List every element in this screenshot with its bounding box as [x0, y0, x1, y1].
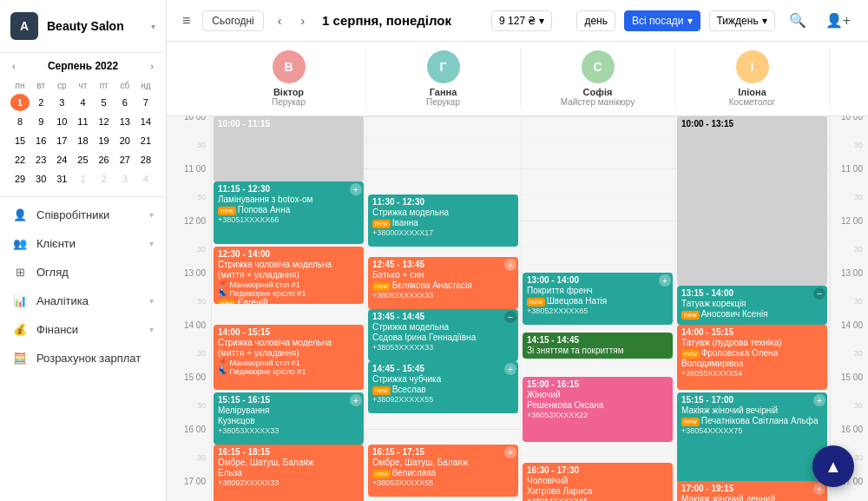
appt-col3-0[interactable]: − 13:15 - 14:00 Татуаж корекція newАносо… [677, 286, 827, 325]
revenue-info[interactable]: 9 127 ₴ ▾ [491, 10, 552, 31]
resource-col-2: + 13:00 - 14:00 Покриття френч newШвецов… [521, 116, 675, 501]
appt-col3-2[interactable]: + 15:15 - 17:00 Макіяж жіночий вечірній … [677, 392, 827, 484]
appt-col0-1[interactable]: + 11:15 - 12:30 Ламінування з botox-ом n… [214, 181, 364, 244]
cal-day-24[interactable]: 24 [52, 151, 71, 168]
payroll-icon: 🧮 [12, 352, 28, 365]
cal-day-31[interactable]: 31 [52, 170, 71, 188]
right-time-column: 10 0030 11 0030 12 0030 13 0030 14 0030 … [830, 116, 868, 501]
cal-day-3[interactable]: 3 [52, 94, 71, 111]
appt-plus-icon[interactable]: + [659, 274, 671, 287]
cal-day-next-4[interactable]: 4 [136, 170, 155, 188]
appt-col1-4[interactable]: + 16:15 - 17:15 Омбре, Шатуш, Балаяж new… [368, 445, 518, 497]
cal-day-next-3[interactable]: 3 [115, 170, 135, 188]
appt-plus-icon[interactable]: + [350, 394, 362, 406]
sidebar-chevron-icon: ▾ [151, 22, 155, 31]
cal-day-19[interactable]: 19 [95, 132, 114, 149]
appt-col0-3[interactable]: 14:00 - 15:15 Стрижка чоловіча модельна … [214, 325, 364, 390]
cal-day-5[interactable]: 5 [95, 94, 114, 111]
cal-day-13[interactable]: 13 [115, 113, 135, 130]
appt-col2-2[interactable]: 15:00 - 16:15 Жіночий Решенкова Оксана +… [523, 377, 673, 442]
appt-col1-3[interactable]: + 14:45 - 15:45 Стрижка чубчика newВсесл… [368, 361, 518, 413]
view-week-dropdown[interactable]: Тиждень ▾ [709, 10, 775, 31]
cal-day-29[interactable]: 29 [10, 170, 30, 188]
sidebar-item-analytics[interactable]: 📊 Аналітика ▾ [0, 287, 166, 315]
cal-day-9[interactable]: 9 [31, 113, 50, 130]
cal-day-7[interactable]: 7 [136, 94, 155, 111]
view-positions-dropdown[interactable]: Всі посади ▾ [624, 10, 700, 31]
menu-icon[interactable]: ≡ [179, 10, 194, 32]
search-button[interactable]: 🔍 [784, 9, 812, 32]
cal-day-next-2[interactable]: 2 [95, 170, 114, 188]
cal-day-26[interactable]: 26 [95, 151, 114, 168]
prev-day-button[interactable]: ‹ [273, 10, 287, 31]
time-11: 11 0030 [167, 168, 211, 221]
cal-day-6[interactable]: 6 [115, 94, 135, 111]
appt-col2-1[interactable]: 14:15 - 14:45 Зі зняттям та покриттям [523, 333, 673, 359]
appt-col0-4[interactable]: + 15:15 - 16:15 Мелірування Кузнєцов +38… [214, 392, 364, 445]
appt-col3-3[interactable]: + 17:00 - 19:15 Макіяж жіночий денний Ба… [677, 481, 827, 501]
appt-plus-icon[interactable]: + [504, 446, 516, 458]
sidebar-item-staff[interactable]: 👤 Співробітники ▾ [0, 201, 166, 229]
cal-day-next-1[interactable]: 1 [73, 170, 92, 188]
sidebar-header[interactable]: A Beauty Salon ▾ [0, 0, 166, 53]
cal-day-14[interactable]: 14 [136, 113, 155, 130]
mini-cal-prev[interactable]: ‹ [9, 61, 19, 71]
appt-plus-icon[interactable]: + [813, 394, 825, 406]
appt-col1-0[interactable]: 11:30 - 12:30 Стрижка модельна newІванна… [368, 194, 518, 247]
cal-day-11[interactable]: 11 [73, 113, 92, 130]
appt-plus-icon[interactable]: + [504, 259, 516, 271]
add-user-button[interactable]: 👤+ [820, 9, 856, 32]
time-14: 14 0030 [167, 325, 211, 377]
sidebar-item-payroll[interactable]: 🧮 Розрахунок зарплат [0, 344, 166, 372]
cal-day-21[interactable]: 21 [136, 132, 155, 149]
cal-day-8[interactable]: 8 [10, 113, 30, 130]
cal-day-20[interactable]: 20 [115, 132, 135, 149]
cal-day-18[interactable]: 18 [73, 132, 92, 149]
resource-col-1: 11:30 - 12:30 Стрижка модельна newІванна… [366, 116, 521, 501]
cal-day-12[interactable]: 12 [95, 113, 114, 130]
cal-day-10[interactable]: 10 [52, 113, 71, 130]
sidebar-item-overview[interactable]: ⊞ Огляд [0, 258, 166, 287]
appt-col0-5[interactable]: 16:15 - 18:15 Омбре, Шатуш, Балаяж Ельза… [214, 445, 364, 501]
calendar-scroll[interactable]: 10 0030 11 0030 12 0030 13 0030 14 0030 … [167, 116, 868, 501]
cal-day-17[interactable]: 17 [52, 132, 71, 149]
cal-day-22[interactable]: 22 [10, 151, 30, 168]
cal-day-28[interactable]: 28 [136, 151, 155, 168]
cal-day-4[interactable]: 4 [73, 94, 92, 111]
fab-button[interactable]: ▲ [812, 445, 854, 487]
cal-day-23[interactable]: 23 [31, 151, 50, 168]
resource-columns: 10:00 - 11:15 + 11:15 - 12:30 Ламінуванн… [212, 116, 830, 501]
staff-role-0: Перукар [214, 97, 364, 107]
new-badge: new [372, 386, 391, 395]
appt-col3-blocked[interactable]: 10:00 - 13:15 [677, 116, 827, 286]
new-badge: new [372, 470, 391, 478]
appt-plus-icon[interactable]: + [350, 183, 362, 195]
appt-col1-1[interactable]: + 12:45 - 13:45 Батько + син newБєлякова… [368, 257, 518, 309]
cal-day-1[interactable]: 1 [10, 94, 30, 111]
appt-col0-2[interactable]: 12:30 - 14:00 Стрижка чоловіча модельна … [214, 247, 364, 304]
appt-col3-1[interactable]: 14:00 - 15:15 Татуаж (пудрова техніка) n… [677, 325, 827, 390]
sidebar-item-finance[interactable]: 💰 Фінанси ▾ [0, 315, 166, 344]
appt-plus-icon[interactable]: + [504, 363, 516, 375]
appt-col1-2[interactable]: − 13:45 - 14:45 Стрижка модельна Сєдова … [368, 309, 518, 361]
appt-col2-3[interactable]: 16:30 - 17:30 Чоловічий Хитрова Лариса +… [523, 463, 673, 501]
appt-minus-icon[interactable]: − [813, 287, 825, 300]
appt-col0-blocked[interactable]: 10:00 - 11:15 [214, 116, 364, 181]
cal-day-15[interactable]: 15 [10, 132, 30, 149]
appt-minus-icon[interactable]: − [504, 311, 516, 323]
cal-day-16[interactable]: 16 [31, 132, 50, 149]
staff-role-2: Майстер манікюру [523, 97, 673, 107]
today-button[interactable]: Сьогодні [202, 10, 263, 31]
cal-day-27[interactable]: 27 [115, 151, 135, 168]
next-day-button[interactable]: › [295, 10, 310, 31]
cal-day-2[interactable]: 2 [31, 94, 50, 111]
time-15: 15 0030 [167, 377, 211, 429]
resource-col-3: 10:00 - 13:15 − 13:15 - 14:00 Татуаж кор… [675, 116, 830, 501]
mini-cal-next[interactable]: › [147, 61, 157, 71]
appt-col2-0[interactable]: + 13:00 - 14:00 Покриття френч newШвецов… [523, 273, 673, 325]
avatar-hanna: Г [427, 50, 460, 83]
sidebar-item-clients[interactable]: 👥 Клієнти ▾ [0, 229, 166, 258]
cal-day-25[interactable]: 25 [73, 151, 92, 168]
cal-day-30[interactable]: 30 [31, 170, 50, 188]
view-day-dropdown[interactable]: день [576, 10, 615, 31]
